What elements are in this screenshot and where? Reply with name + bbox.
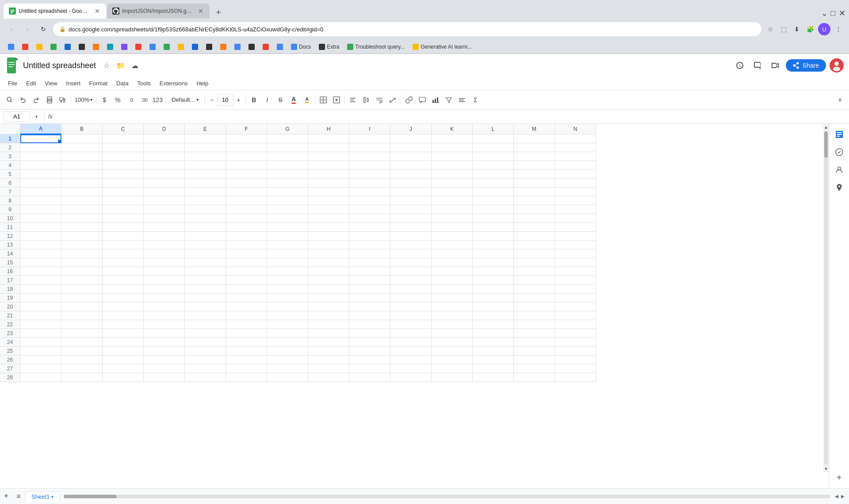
search-button[interactable]	[4, 94, 16, 106]
borders-button[interactable]	[317, 94, 329, 106]
cell-L27[interactable]	[473, 364, 514, 373]
cell-K18[interactable]	[432, 285, 473, 294]
cell-E18[interactable]	[185, 285, 226, 294]
cell-I17[interactable]	[349, 276, 390, 285]
cell-J4[interactable]	[390, 161, 432, 170]
cell-I12[interactable]	[349, 232, 390, 241]
cell-B5[interactable]	[61, 170, 103, 179]
cell-N25[interactable]	[555, 347, 596, 355]
bookmark-20[interactable]	[273, 43, 287, 51]
cell-G18[interactable]	[267, 285, 308, 294]
cell-H9[interactable]	[308, 205, 349, 214]
cell-H17[interactable]	[308, 276, 349, 285]
cell-L1[interactable]	[473, 134, 514, 143]
back-button[interactable]: ‹	[5, 23, 18, 35]
cell-A8[interactable]	[20, 196, 61, 205]
cell-J23[interactable]	[390, 329, 432, 338]
cell-F3[interactable]	[226, 152, 267, 161]
cell-J2[interactable]	[390, 143, 432, 152]
cell-B19[interactable]	[61, 294, 103, 302]
cell-J15[interactable]	[390, 258, 432, 267]
cell-D8[interactable]	[144, 196, 185, 205]
cell-L26[interactable]	[473, 355, 514, 364]
cell-K14[interactable]	[432, 249, 473, 258]
cell-G17[interactable]	[267, 276, 308, 285]
row-num-23[interactable]: 23	[0, 329, 20, 338]
cell-J1[interactable]	[390, 134, 432, 143]
row-num-20[interactable]: 20	[0, 302, 20, 311]
row-num-24[interactable]: 24	[0, 338, 20, 347]
cell-M7[interactable]	[514, 187, 555, 196]
cell-B25[interactable]	[61, 347, 103, 355]
row-num-27[interactable]: 27	[0, 364, 20, 373]
cell-H10[interactable]	[308, 214, 349, 223]
bookmark-5[interactable]	[61, 43, 74, 51]
cell-K24[interactable]	[432, 338, 473, 347]
cell-E3[interactable]	[185, 152, 226, 161]
cell-I7[interactable]	[349, 187, 390, 196]
scroll-right-page-arrow[interactable]: ▶	[840, 494, 845, 499]
cell-D9[interactable]	[144, 205, 185, 214]
cell-D13[interactable]	[144, 241, 185, 249]
menu-view[interactable]: View	[40, 78, 61, 88]
cell-M15[interactable]	[514, 258, 555, 267]
version-history-button[interactable]	[733, 58, 747, 73]
cell-M6[interactable]	[514, 179, 555, 187]
cell-L16[interactable]	[473, 267, 514, 276]
insert-chart-button[interactable]	[429, 94, 442, 106]
side-icon-sheets[interactable]	[832, 127, 846, 141]
cell-E27[interactable]	[185, 364, 226, 373]
cell-A17[interactable]	[20, 276, 61, 285]
screenshare-icon[interactable]: ⬚	[778, 24, 789, 34]
col-header-A[interactable]: A	[20, 124, 61, 134]
cell-L5[interactable]	[473, 170, 514, 179]
star-icon[interactable]: ☆	[101, 60, 112, 71]
cell-D22[interactable]	[144, 320, 185, 329]
cell-D20[interactable]	[144, 302, 185, 311]
comments-button[interactable]	[750, 58, 765, 73]
more-options-icon[interactable]: ⋮	[833, 24, 844, 34]
cell-M10[interactable]	[514, 214, 555, 223]
cell-E10[interactable]	[185, 214, 226, 223]
cell-F19[interactable]	[226, 294, 267, 302]
filter-button[interactable]	[443, 94, 455, 106]
cell-E6[interactable]	[185, 179, 226, 187]
view-more-toolbar-button[interactable]	[456, 94, 468, 106]
cell-D19[interactable]	[144, 294, 185, 302]
cell-L6[interactable]	[473, 179, 514, 187]
cell-B7[interactable]	[61, 187, 103, 196]
cell-A25[interactable]	[20, 347, 61, 355]
cell-E26[interactable]	[185, 355, 226, 364]
cell-L14[interactable]	[473, 249, 514, 258]
cell-C7[interactable]	[103, 187, 144, 196]
cell-J20[interactable]	[390, 302, 432, 311]
bookmark-18[interactable]	[245, 43, 258, 51]
cell-B4[interactable]	[61, 161, 103, 170]
cell-K13[interactable]	[432, 241, 473, 249]
col-header-I[interactable]: I	[349, 124, 390, 134]
cell-A24[interactable]	[20, 338, 61, 347]
cell-K12[interactable]	[432, 232, 473, 241]
cell-H3[interactable]	[308, 152, 349, 161]
cell-C5[interactable]	[103, 170, 144, 179]
cell-G27[interactable]	[267, 364, 308, 373]
forward-button[interactable]: ›	[21, 23, 34, 35]
cell-I27[interactable]	[349, 364, 390, 373]
user-avatar[interactable]	[830, 58, 844, 73]
new-tab-button[interactable]: +	[212, 6, 225, 19]
cell-K9[interactable]	[432, 205, 473, 214]
cell-A12[interactable]	[20, 232, 61, 241]
function-button[interactable]: Σ	[469, 94, 482, 106]
cell-J24[interactable]	[390, 338, 432, 347]
cell-B1[interactable]	[61, 134, 103, 143]
cell-M25[interactable]	[514, 347, 555, 355]
cell-M9[interactable]	[514, 205, 555, 214]
cell-A11[interactable]	[20, 223, 61, 232]
cell-E11[interactable]	[185, 223, 226, 232]
cell-C27[interactable]	[103, 364, 144, 373]
cell-N5[interactable]	[555, 170, 596, 179]
cell-M28[interactable]	[514, 373, 555, 382]
cell-H19[interactable]	[308, 294, 349, 302]
cell-G16[interactable]	[267, 267, 308, 276]
horizontal-align-button[interactable]	[347, 94, 359, 106]
